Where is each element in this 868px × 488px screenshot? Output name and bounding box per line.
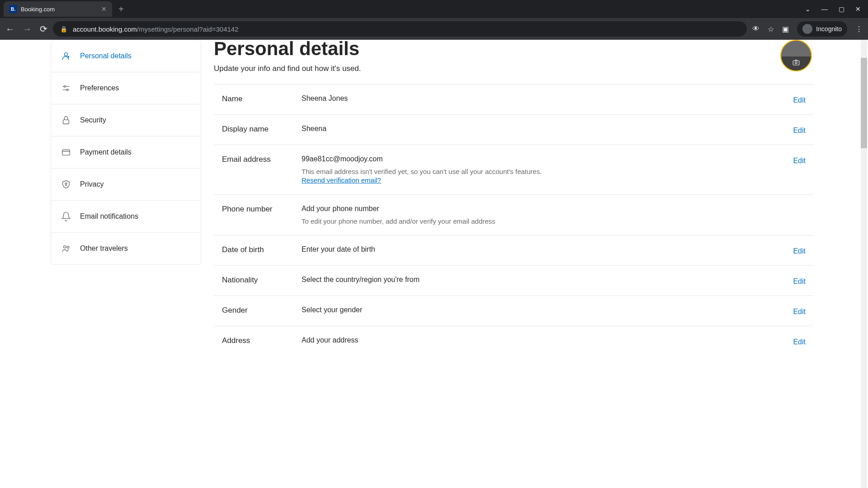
bell-icon xyxy=(61,211,71,221)
sidebar-item-label: Preferences xyxy=(80,84,119,92)
avatar-upload[interactable] xyxy=(780,40,812,71)
field-value: Add your phone number xyxy=(302,205,806,213)
svg-point-11 xyxy=(67,246,69,249)
scrollbar-thumb[interactable] xyxy=(861,58,867,148)
sidebar-item-security[interactable]: Security xyxy=(51,104,201,136)
sidebar-item-label: Privacy xyxy=(80,180,104,188)
browser-tab-strip: B. Booking.com ✕ + ⌄ — ▢ ✕ xyxy=(0,0,868,18)
field-value: Select the country/region you're from xyxy=(302,276,793,284)
shield-icon xyxy=(61,179,71,189)
field-label: Display name xyxy=(222,125,302,134)
close-tab-icon[interactable]: ✕ xyxy=(101,5,107,13)
people-icon xyxy=(61,244,71,253)
sidebar-item-preferences[interactable]: Preferences xyxy=(51,72,201,104)
close-window-icon[interactable]: ✕ xyxy=(855,5,861,13)
sidebar-item-email-notifications[interactable]: Email notifications xyxy=(51,201,201,233)
tab-search-icon[interactable]: ⌄ xyxy=(805,5,811,13)
row-phone: Phone number Add your phone number To ed… xyxy=(214,194,814,235)
sidebar-item-payment-details[interactable]: Payment details xyxy=(51,136,201,169)
person-icon xyxy=(61,51,71,61)
svg-rect-12 xyxy=(793,61,799,65)
edit-button[interactable]: Edit xyxy=(793,276,806,286)
svg-rect-7 xyxy=(62,150,70,155)
bookmark-icon[interactable]: ☆ xyxy=(768,25,774,33)
svg-point-9 xyxy=(65,183,67,184)
incognito-icon xyxy=(802,24,812,34)
svg-point-10 xyxy=(64,246,66,249)
field-label: Gender xyxy=(222,306,302,315)
credit-card-icon xyxy=(61,147,71,157)
maximize-icon[interactable]: ▢ xyxy=(839,5,844,13)
field-label: Address xyxy=(222,336,302,345)
back-button[interactable]: ← xyxy=(5,24,14,34)
sliders-icon xyxy=(61,83,71,93)
sidebar-item-label: Other travelers xyxy=(80,244,128,253)
tab-title: Booking.com xyxy=(21,6,98,13)
edit-button[interactable]: Edit xyxy=(793,245,806,255)
svg-rect-6 xyxy=(63,120,69,124)
minimize-icon[interactable]: — xyxy=(821,5,828,13)
sidebar-item-privacy[interactable]: Privacy xyxy=(51,169,201,201)
row-display-name: Display name Sheena Edit xyxy=(214,114,814,145)
field-label: Date of birth xyxy=(222,245,302,254)
browser-toolbar: ← → ⟳ 🔒 account.booking.com/mysettings/p… xyxy=(0,18,868,40)
edit-button[interactable]: Edit xyxy=(793,155,806,165)
sidebar-item-other-travelers[interactable]: Other travelers xyxy=(51,233,201,264)
row-gender: Gender Select your gender Edit xyxy=(214,296,814,326)
lock-icon xyxy=(61,115,71,125)
resend-verification-link[interactable]: Resend verification email? xyxy=(302,176,381,184)
address-bar[interactable]: 🔒 account.booking.com/mysettings/persona… xyxy=(53,21,747,37)
field-label: Phone number xyxy=(222,205,302,214)
sidebar-item-label: Email notifications xyxy=(80,212,138,221)
row-address: Address Add your address Edit xyxy=(214,326,814,356)
svg-point-1 xyxy=(68,56,70,58)
field-subtext: This email address isn't verified yet, s… xyxy=(302,168,793,175)
favicon-icon: B. xyxy=(9,5,17,13)
field-value: Enter your date of birth xyxy=(302,245,793,253)
row-name: Name Sheena Jones Edit xyxy=(214,84,814,114)
forward-button[interactable]: → xyxy=(23,24,32,34)
row-dob: Date of birth Enter your date of birth E… xyxy=(214,235,814,265)
field-value: Sheena xyxy=(302,125,793,133)
page-title: Personal details xyxy=(214,38,814,60)
field-label: Nationality xyxy=(222,276,302,285)
page-subtitle: Update your info and find out how it's u… xyxy=(214,64,814,73)
field-subtext: To edit your phone number, add and/or ve… xyxy=(302,217,806,225)
settings-sidebar: Personal details Preferences Security Pa… xyxy=(0,40,201,488)
incognito-badge[interactable]: Incognito xyxy=(797,21,847,37)
field-value: Add your address xyxy=(302,336,793,344)
sidebar-item-label: Personal details xyxy=(80,52,132,60)
scrollbar[interactable] xyxy=(861,40,867,488)
svg-point-13 xyxy=(795,62,797,64)
reload-button[interactable]: ⟳ xyxy=(40,23,47,34)
field-value: Sheena Jones xyxy=(302,94,793,103)
svg-point-0 xyxy=(64,53,67,56)
new-tab-button[interactable]: + xyxy=(118,4,124,14)
edit-button[interactable]: Edit xyxy=(793,336,806,346)
lock-icon: 🔒 xyxy=(60,26,67,33)
row-email: Email address 99ae81cc@moodjoy.com This … xyxy=(214,145,814,194)
svg-point-5 xyxy=(66,89,68,91)
menu-icon[interactable]: ⋮ xyxy=(855,25,863,33)
sidebar-item-label: Security xyxy=(80,116,106,124)
field-value: 99ae81cc@moodjoy.com xyxy=(302,155,793,163)
url: account.booking.com/mysettings/personal?… xyxy=(73,25,239,33)
field-label: Email address xyxy=(222,155,302,164)
row-nationality: Nationality Select the country/region yo… xyxy=(214,265,814,296)
sidebar-item-label: Payment details xyxy=(80,148,132,156)
sidebar-item-personal-details[interactable]: Personal details xyxy=(51,40,201,72)
edit-button[interactable]: Edit xyxy=(793,125,806,135)
extensions-icon[interactable]: ▣ xyxy=(782,25,789,33)
incognito-label: Incognito xyxy=(816,25,842,33)
tracking-icon[interactable]: 👁 xyxy=(752,25,760,33)
field-label: Name xyxy=(222,94,302,103)
edit-button[interactable]: Edit xyxy=(793,94,806,104)
edit-button[interactable]: Edit xyxy=(793,306,806,316)
field-value: Select your gender xyxy=(302,306,793,314)
svg-point-4 xyxy=(64,86,66,88)
browser-tab[interactable]: B. Booking.com ✕ xyxy=(4,1,112,17)
